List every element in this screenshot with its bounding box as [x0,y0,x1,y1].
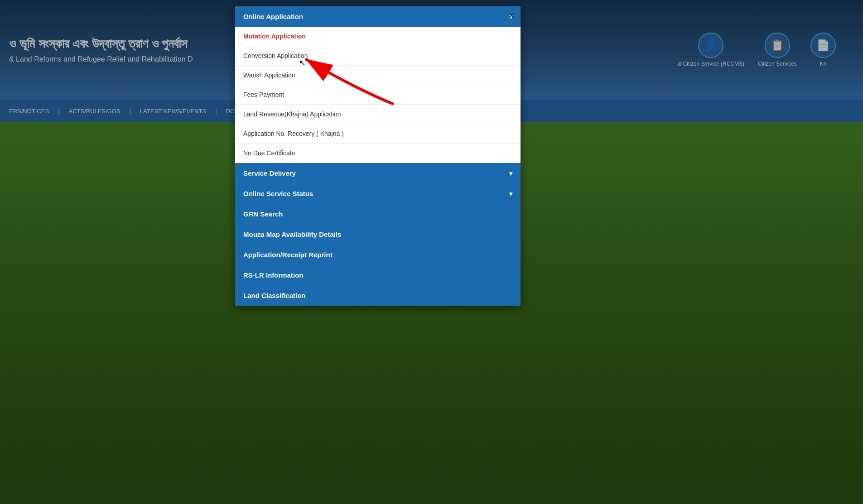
online-service-status-label: Online Service Status [243,190,313,197]
menu-item-conversion[interactable]: Conversion Application [235,46,521,66]
section-header-grn-search[interactable]: GRN Search [235,204,521,224]
section-header-land-classification[interactable]: Land Classification [235,285,521,306]
service-delivery-label: Service Delivery [243,169,296,177]
online-service-status-chevron: ▾ [509,190,512,197]
service-delivery-chevron: ▾ [509,170,512,177]
grn-search-label: GRN Search [243,210,283,218]
section-header-mouza-map[interactable]: Mouza Map Availability Details [235,224,521,245]
modal-close-button[interactable]: × [509,11,514,20]
section-header-online-application[interactable]: Online Application ▾ [235,6,521,27]
online-application-items: Mutation Application Conversion Applicat… [235,27,521,163]
app-receipt-label: Application/Receipt Reprint [243,251,333,259]
mouza-map-label: Mouza Map Availability Details [243,230,341,238]
modal-container: × Online Application ▾ Mutation Applicat… [235,6,521,306]
online-application-label: Online Application [243,13,303,20]
menu-item-land-revenue[interactable]: Land Revenue(Khajna) Application [235,105,521,124]
rs-lr-label: RS-LR Information [243,271,304,279]
menu-item-warish[interactable]: Warish Application [235,66,521,85]
menu-item-mutation[interactable]: Mutation Application [235,27,521,46]
menu-item-fees[interactable]: Fees Payment [235,85,521,105]
section-header-rs-lr[interactable]: RS-LR Information [235,265,521,285]
land-classification-label: Land Classification [243,292,306,299]
menu-item-app-recovery[interactable]: Application No. Recovery ( Khajna ) [235,124,521,144]
section-header-service-delivery[interactable]: Service Delivery ▾ [235,163,521,183]
section-header-online-service-status[interactable]: Online Service Status ▾ [235,183,521,204]
section-header-app-receipt[interactable]: Application/Receipt Reprint [235,245,521,265]
menu-item-no-due[interactable]: No Due Certificate [235,144,521,163]
